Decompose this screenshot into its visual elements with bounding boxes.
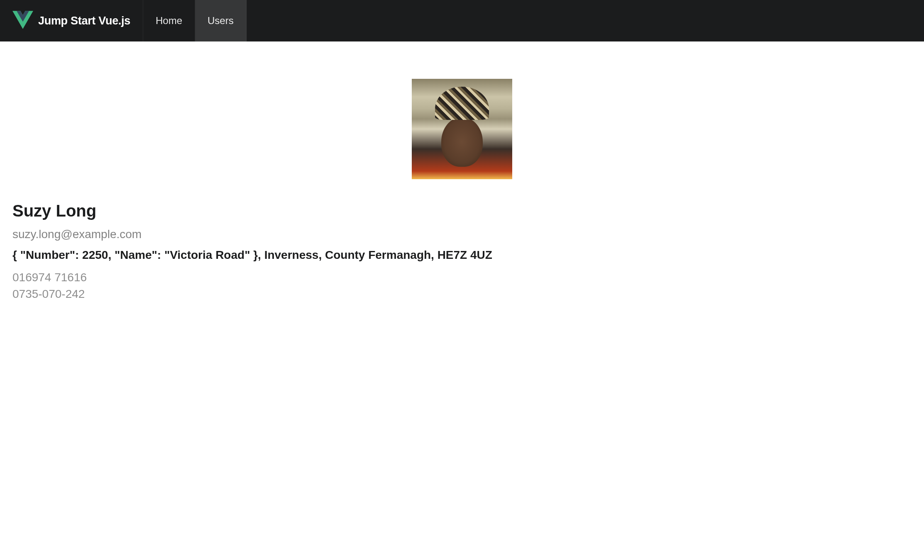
vue-logo-icon (12, 11, 33, 31)
user-detail: Suzy Long suzy.long@example.com { "Numbe… (0, 41, 924, 301)
avatar-container (12, 41, 912, 202)
nav-item-label: Home (156, 15, 182, 27)
user-phone: 016974 71616 (12, 271, 912, 284)
nav-item-home[interactable]: Home (143, 0, 195, 41)
nav-item-users[interactable]: Users (195, 0, 247, 41)
brand[interactable]: Jump Start Vue.js (0, 0, 143, 41)
navbar: Jump Start Vue.js Home Users (0, 0, 924, 41)
brand-title: Jump Start Vue.js (38, 15, 130, 27)
user-name: Suzy Long (12, 202, 912, 220)
user-email: suzy.long@example.com (12, 228, 912, 241)
user-avatar (412, 79, 512, 179)
user-cell: 0735-070-242 (12, 287, 912, 301)
nav-item-label: Users (208, 15, 234, 27)
user-address: { "Number": 2250, "Name": "Victoria Road… (12, 248, 912, 262)
